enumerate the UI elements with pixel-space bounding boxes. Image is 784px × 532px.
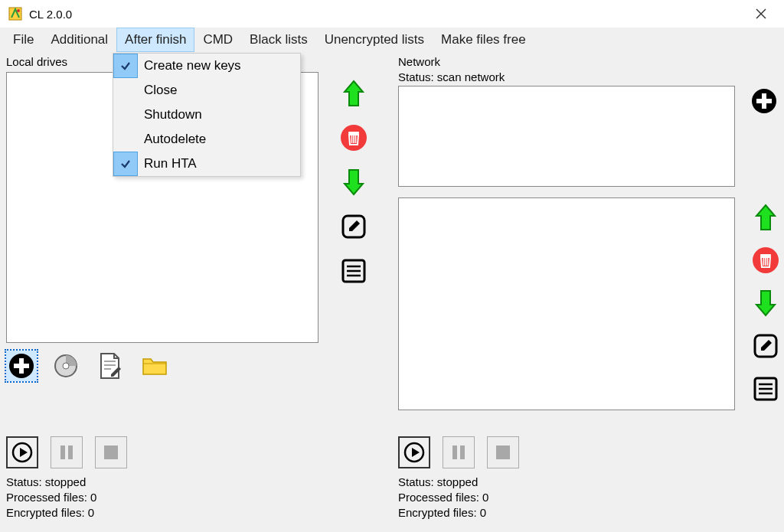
dropdown-label: Shutdown	[144, 107, 300, 122]
check-icon	[113, 54, 138, 78]
play-icon	[403, 441, 426, 464]
network-list-top[interactable]	[398, 86, 735, 187]
menu-make-files-free[interactable]: Make files free	[433, 28, 534, 52]
svg-marker-41	[412, 448, 420, 457]
list-button[interactable]	[750, 374, 781, 404]
move-down-button[interactable]	[338, 167, 369, 197]
svg-rect-31	[760, 254, 771, 256]
dropdown-item[interactable]: Shutdown	[113, 103, 300, 127]
svg-point-18	[63, 363, 69, 369]
arrow-up-icon	[341, 78, 366, 109]
svg-rect-24	[60, 446, 65, 459]
document-edit-button[interactable]	[95, 351, 126, 381]
edit-button[interactable]	[338, 211, 369, 242]
menu-black-lists[interactable]: Black lists	[241, 28, 316, 52]
edit-icon	[752, 332, 779, 360]
menu-cmd[interactable]: CMD	[194, 28, 241, 52]
add-item-button[interactable]	[6, 351, 37, 381]
delete-button[interactable]	[750, 245, 781, 276]
list-icon	[752, 375, 779, 403]
after-finish-dropdown: Create new keysCloseShutdownAutodeleteRu…	[113, 53, 301, 177]
menu-after-finish[interactable]: After finish	[116, 28, 194, 52]
pause-icon	[57, 443, 76, 462]
svg-rect-43	[460, 446, 465, 459]
edit-button[interactable]	[750, 331, 781, 361]
move-up-button[interactable]	[338, 78, 369, 109]
stop-button[interactable]	[95, 436, 127, 468]
right-tool-column	[749, 202, 782, 404]
move-up-button[interactable]	[750, 202, 781, 233]
menu-additional[interactable]: Additional	[42, 28, 116, 52]
svg-rect-25	[68, 446, 73, 459]
trash-icon	[340, 124, 368, 152]
disk-button[interactable]	[51, 351, 81, 381]
menu-bar: File Additional After finish CMD Black l…	[0, 28, 784, 52]
arrow-down-icon	[753, 288, 778, 318]
move-down-button[interactable]	[750, 288, 781, 318]
title-bar: CL 2.0.0	[0, 0, 784, 28]
right-status: Status: stopped	[398, 475, 488, 490]
pause-icon	[449, 443, 468, 462]
trash-icon	[752, 246, 779, 274]
svg-rect-42	[452, 446, 457, 459]
folder-icon	[141, 354, 168, 377]
stop-icon	[102, 443, 120, 462]
document-edit-icon	[97, 351, 123, 380]
pause-button[interactable]	[443, 436, 475, 468]
left-playback-row	[6, 436, 127, 468]
pause-button[interactable]	[51, 436, 83, 468]
play-icon	[11, 441, 34, 464]
right-processed: Processed files: 0	[398, 490, 488, 505]
dropdown-label: Create new keys	[144, 58, 300, 73]
add-network-button[interactable]	[749, 86, 779, 116]
right-playback-row	[398, 436, 519, 468]
edit-icon	[340, 213, 368, 240]
svg-point-1	[17, 9, 20, 12]
close-icon	[756, 8, 766, 19]
plus-icon	[750, 87, 778, 115]
right-encrypted: Encrypted files: 0	[398, 505, 488, 521]
plus-icon	[8, 352, 35, 380]
dropdown-item[interactable]: Run HTA	[113, 152, 300, 176]
left-encrypted: Encrypted files: 0	[6, 505, 96, 521]
arrow-up-icon	[753, 202, 778, 233]
svg-rect-26	[104, 446, 118, 459]
dropdown-item[interactable]: Autodelete	[113, 127, 300, 152]
check-icon	[113, 103, 138, 127]
folder-button[interactable]	[139, 351, 170, 381]
play-button[interactable]	[6, 436, 38, 468]
left-processed: Processed files: 0	[6, 490, 96, 505]
arrow-down-icon	[341, 167, 366, 197]
network-label: Network	[398, 55, 440, 68]
close-button[interactable]	[746, 0, 776, 28]
svg-rect-16	[14, 364, 29, 368]
menu-file[interactable]: File	[5, 28, 42, 52]
dropdown-label: Close	[144, 83, 300, 98]
play-button[interactable]	[398, 436, 430, 468]
stop-button[interactable]	[487, 436, 519, 468]
check-icon	[113, 152, 138, 176]
dropdown-item[interactable]: Close	[113, 78, 300, 103]
left-status: Status: stopped	[6, 475, 96, 490]
stop-icon	[494, 443, 512, 462]
svg-rect-29	[756, 99, 772, 103]
dropdown-item[interactable]: Create new keys	[113, 54, 300, 78]
network-panel: Network Status: scan network	[398, 55, 778, 527]
list-icon	[340, 257, 368, 285]
svg-marker-23	[20, 448, 28, 457]
left-tool-column	[337, 78, 371, 286]
menu-unencrypted-lists[interactable]: Unencrypted lists	[316, 28, 433, 52]
left-status-block: Status: stopped Processed files: 0 Encry…	[6, 475, 96, 521]
svg-rect-44	[496, 446, 510, 459]
dropdown-label: Run HTA	[144, 156, 300, 171]
svg-rect-5	[348, 132, 359, 134]
list-button[interactable]	[338, 256, 369, 286]
right-status-block: Status: stopped Processed files: 0 Encry…	[398, 475, 488, 521]
left-bottom-toolbar	[6, 351, 170, 381]
check-icon	[113, 127, 138, 152]
delete-button[interactable]	[338, 122, 369, 153]
window-title: CL 2.0.0	[29, 8, 72, 21]
check-icon	[113, 78, 138, 103]
network-list-bottom[interactable]	[398, 197, 735, 410]
dropdown-label: Autodelete	[144, 132, 300, 147]
